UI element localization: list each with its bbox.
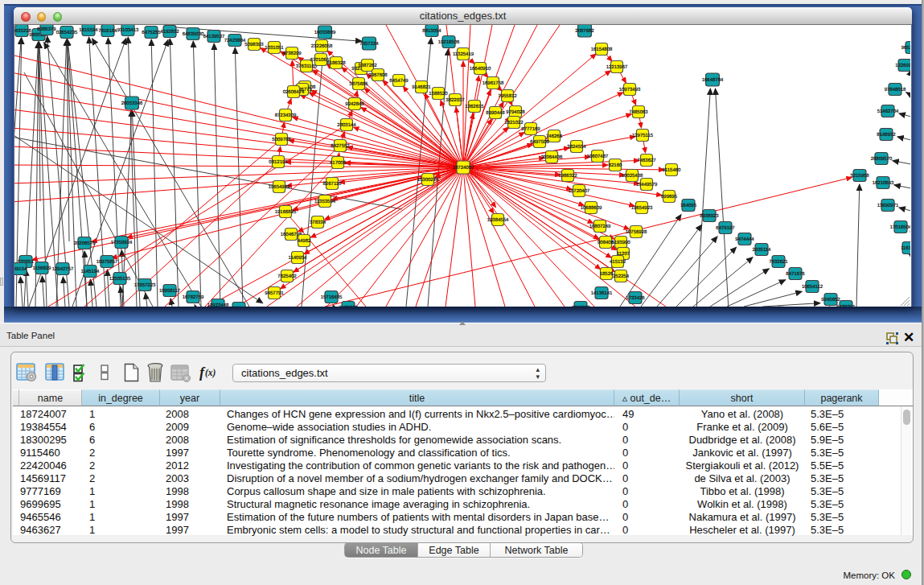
svg-text:1733426: 1733426 (626, 295, 645, 301)
svg-text:417006: 417006 (330, 160, 347, 166)
svg-text:20206576: 20206576 (74, 241, 96, 246)
svg-text:3822037: 3822037 (446, 97, 465, 103)
svg-text:15300275: 15300275 (417, 177, 439, 183)
svg-text:8990448: 8990448 (486, 110, 505, 116)
svg-text:3215958: 3215958 (850, 173, 869, 179)
svg-text:16640910: 16640910 (470, 66, 491, 72)
svg-text:7182278: 7182278 (339, 305, 358, 307)
svg-text:5009788: 5009788 (272, 137, 291, 142)
svg-text:1156829: 1156829 (33, 266, 52, 271)
svg-text:8148932: 8148932 (877, 132, 896, 138)
svg-text:8471676: 8471676 (786, 271, 805, 277)
svg-text:1362615: 1362615 (465, 104, 484, 109)
svg-text:6193990: 6193990 (611, 240, 630, 245)
svg-text:8427552: 8427552 (331, 143, 350, 149)
svg-text:65787133: 65787133 (228, 306, 250, 307)
svg-text:8454749: 8454749 (389, 78, 409, 84)
svg-text:10756928: 10756928 (626, 229, 647, 235)
svg-text:16782759: 16782759 (183, 295, 204, 300)
svg-text:02654235: 02654235 (56, 30, 78, 35)
svg-text:378334: 378334 (310, 220, 326, 225)
svg-text:16648784: 16648784 (702, 77, 724, 83)
svg-text:6497508: 6497508 (530, 139, 549, 145)
svg-text:16210643: 16210643 (873, 180, 894, 186)
svg-text:0812191: 0812191 (269, 159, 288, 165)
svg-text:62160: 62160 (609, 163, 622, 168)
svg-text:10958117: 10958117 (159, 288, 181, 294)
svg-text:12923448: 12923448 (207, 303, 229, 307)
svg-text:10807487: 10807487 (587, 154, 609, 159)
svg-text:252254: 252254 (613, 274, 630, 279)
svg-text:18724007: 18724007 (453, 165, 474, 171)
svg-text:9115460: 9115460 (663, 167, 682, 173)
svg-text:15716485: 15716485 (321, 295, 343, 300)
svg-text:4896383: 4896383 (571, 305, 590, 307)
svg-text:8186328: 8186328 (326, 60, 346, 66)
svg-text:16154808: 16154808 (591, 47, 613, 52)
svg-text:1621022: 1621022 (504, 120, 524, 126)
svg-text:20053346: 20053346 (121, 101, 143, 106)
svg-text:1588520: 1588520 (429, 91, 448, 97)
svg-text:19166825: 19166825 (275, 209, 297, 215)
svg-text:51462704: 51462704 (877, 109, 899, 114)
svg-text:1226916: 1226916 (895, 63, 910, 68)
svg-text:3387262: 3387262 (358, 63, 377, 68)
svg-text:12942757: 12942757 (52, 266, 74, 272)
svg-text:1145194: 1145194 (81, 269, 101, 274)
svg-text:93103413: 93103413 (117, 27, 139, 33)
svg-text:19384554: 19384554 (487, 217, 509, 223)
svg-text:23226058: 23226058 (311, 43, 333, 49)
svg-text:415132: 415132 (610, 259, 626, 265)
svg-text:44982: 44982 (298, 238, 311, 244)
svg-text:7632621: 7632621 (769, 259, 788, 265)
svg-text:7357224: 7357224 (359, 41, 379, 47)
svg-text:116753: 116753 (901, 245, 910, 251)
svg-text:37631165: 37631165 (296, 64, 318, 69)
svg-text:8386379: 8386379 (37, 27, 56, 32)
svg-text:87234309: 87234309 (275, 113, 297, 118)
svg-text:97848018: 97848018 (885, 87, 906, 93)
svg-text:3824554: 3824554 (567, 144, 586, 150)
svg-text:7485063: 7485063 (629, 109, 648, 115)
svg-text:16961758: 16961758 (483, 80, 504, 86)
svg-text:11353594: 11353594 (314, 199, 336, 204)
svg-text:39154: 39154 (14, 266, 27, 272)
svg-text:6475255: 6475255 (142, 30, 161, 35)
svg-text:1031051: 1031051 (265, 45, 284, 51)
svg-text:8267110: 8267110 (323, 181, 343, 187)
svg-text:10973493: 10973493 (619, 87, 641, 93)
svg-text:8813054: 8813054 (422, 28, 441, 34)
svg-text:10654112: 10654112 (802, 284, 823, 290)
svg-text:2367608: 2367608 (368, 72, 388, 78)
svg-text:10975857: 10975857 (97, 259, 118, 265)
svg-text:12213967: 12213967 (606, 64, 628, 70)
svg-text:14136141: 14136141 (591, 290, 613, 296)
svg-text:17016504: 17016504 (890, 225, 910, 230)
svg-text:18807249: 18807249 (589, 224, 611, 229)
svg-text:2087682: 2087682 (575, 28, 594, 34)
svg-text:164095: 164095 (680, 203, 697, 208)
svg-text:699695: 699695 (661, 194, 678, 200)
svg-text:64139537: 64139537 (203, 34, 225, 39)
svg-text:5098393: 5098393 (244, 42, 264, 47)
svg-text:(x): (x) (205, 368, 216, 378)
svg-text:17957223: 17957223 (134, 282, 156, 288)
svg-text:10688609: 10688609 (581, 205, 602, 211)
svg-text:4192832: 4192832 (160, 29, 179, 35)
svg-text:7625402: 7625402 (277, 274, 297, 279)
svg-text:19218506: 19218506 (438, 39, 460, 45)
svg-text:4738299: 4738299 (282, 51, 302, 56)
svg-text:7986322: 7986322 (558, 173, 577, 179)
svg-text:7955812: 7955812 (498, 93, 517, 99)
svg-text:18526: 18526 (600, 271, 614, 277)
svg-text:3875685: 3875685 (349, 81, 368, 87)
svg-text:9457791: 9457791 (265, 290, 284, 296)
svg-text:7816184: 7816184 (98, 28, 117, 34)
svg-text:19654982: 19654982 (269, 184, 290, 190)
svg-text:2803144: 2803144 (337, 122, 356, 128)
svg-text:9777169: 9777169 (521, 126, 540, 132)
svg-text:7463627: 7463627 (637, 158, 656, 163)
svg-text:9245652: 9245652 (821, 297, 840, 303)
svg-text:746266: 746266 (546, 134, 563, 139)
svg-text:9794028: 9794028 (506, 109, 525, 115)
